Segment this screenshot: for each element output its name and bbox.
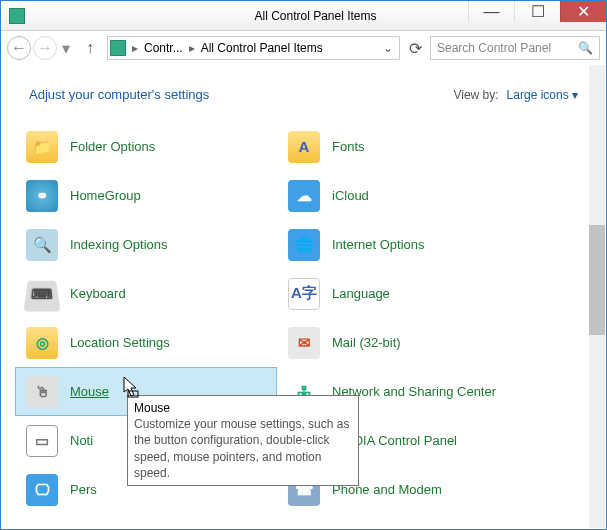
icloud-icon: ☁ [288,180,320,212]
search-placeholder: Search Control Panel [437,41,551,55]
control-panel-item[interactable]: A字Language [277,269,539,318]
noti-icon: ▭ [26,425,58,457]
window-buttons: — ☐ ✕ [468,1,606,22]
item-label: Location Settings [70,335,170,350]
scrollbar-track[interactable] [589,65,605,528]
breadcrumb-1[interactable]: Contr... [144,41,183,55]
nav-history-dropdown[interactable]: ▾ [59,36,73,60]
mail-icon: ✉ [288,327,320,359]
page-heading: Adjust your computer's settings [29,87,209,102]
item-label: Mouse [70,384,109,399]
item-label: iCloud [332,188,369,203]
up-button[interactable]: ↑ [79,37,101,59]
breadcrumb-2[interactable]: All Control Panel Items [201,41,323,55]
viewby-label: View by: [453,88,498,102]
address-bar[interactable]: ▸ Contr... ▸ All Control Panel Items ⌄ [107,36,400,60]
item-label: Language [332,286,390,301]
viewby-dropdown[interactable]: Large icons ▾ [507,88,578,102]
tooltip-body: Customize your mouse settings, such as t… [134,416,352,481]
close-button[interactable]: ✕ [560,1,606,22]
back-button[interactable]: ← [7,36,31,60]
control-panel-item[interactable]: 🔍Indexing Options [15,220,277,269]
address-icon [110,40,126,56]
control-panel-icon [9,8,25,24]
tooltip-title: Mouse [134,400,352,416]
lang-icon: A字 [288,278,320,310]
mouse-icon: 🖱 [26,376,58,408]
inet-icon: 🌐 [288,229,320,261]
refresh-button[interactable]: ⟳ [404,37,426,59]
control-panel-item[interactable]: 📁Folder Options [15,122,277,171]
titlebar: All Control Panel Items — ☐ ✕ [1,1,606,31]
pers-icon: 🖵 [26,474,58,506]
fonts-icon: A [288,131,320,163]
control-panel-item[interactable]: ◎Location Settings [15,318,277,367]
content-header: Adjust your computer's settings View by:… [1,65,606,116]
idx-icon: 🔍 [26,229,58,261]
search-icon: 🔍 [578,41,593,55]
home-icon: ⚭ [26,180,58,212]
breadcrumb-sep-icon: ▸ [187,41,197,55]
forward-button[interactable]: → [33,36,57,60]
control-panel-item[interactable]: ⚭HomeGroup [15,171,277,220]
scrollbar-thumb[interactable] [589,225,605,335]
minimize-button[interactable]: — [468,1,514,22]
control-panel-item[interactable]: AFonts [277,122,539,171]
tooltip: Mouse Customize your mouse settings, suc… [127,395,359,486]
control-panel-item[interactable]: 🌐Internet Options [277,220,539,269]
breadcrumb-sep-icon: ▸ [130,41,140,55]
item-label: Mail (32-bit) [332,335,401,350]
item-label: Internet Options [332,237,425,252]
address-dropdown-icon[interactable]: ⌄ [379,41,397,55]
item-label: HomeGroup [70,188,141,203]
control-panel-item[interactable]: ✉Mail (32-bit) [277,318,539,367]
item-label: Folder Options [70,139,155,154]
item-label: Noti [70,433,93,448]
item-label: Keyboard [70,286,126,301]
item-label: Fonts [332,139,365,154]
control-panel-item[interactable]: ☁iCloud [277,171,539,220]
control-panel-item[interactable]: ⌨Keyboard [15,269,277,318]
search-input[interactable]: Search Control Panel 🔍 [430,36,600,60]
kbd-icon: ⌨ [26,278,58,310]
maximize-button[interactable]: ☐ [514,1,560,22]
folder-icon: 📁 [26,131,58,163]
item-label: Pers [70,482,97,497]
navbar: ← → ▾ ↑ ▸ Contr... ▸ All Control Panel I… [1,31,606,65]
loc-icon: ◎ [26,327,58,359]
item-label: Indexing Options [70,237,168,252]
